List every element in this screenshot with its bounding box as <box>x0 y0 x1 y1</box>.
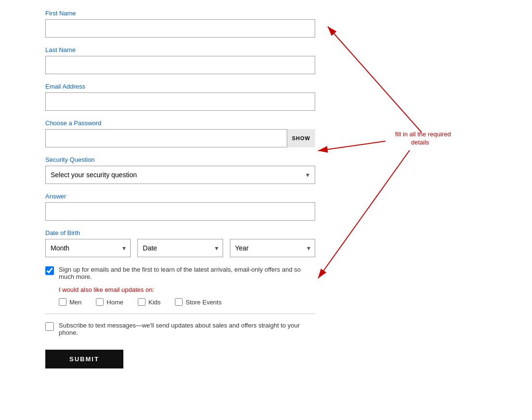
last-name-input[interactable] <box>45 56 315 74</box>
text-subscribe-checkbox[interactable] <box>45 322 54 331</box>
page-wrapper: First Name Last Name Email Address Choos… <box>0 0 532 420</box>
password-input[interactable] <box>45 129 315 147</box>
text-subscribe-row: Subscribe to text messages—we'll send up… <box>45 322 315 336</box>
email-signup-row: Sign up for emails and be the first to l… <box>45 266 315 280</box>
security-question-wrapper: Select your security questionWhat is you… <box>45 166 315 184</box>
store-events-checkbox-item: Store Events <box>175 298 221 306</box>
password-group: Choose a Password SHOW <box>45 119 315 147</box>
registration-form: First Name Last Name Email Address Choos… <box>45 10 315 368</box>
svg-text:details: details <box>411 139 429 146</box>
year-select[interactable]: Year202420232022202120202010200019901980… <box>230 239 315 257</box>
store-events-checkbox[interactable] <box>175 298 183 306</box>
answer-label: Answer <box>45 193 315 200</box>
email-updates-label: I would also like email updates on: <box>59 286 315 293</box>
first-name-group: First Name <box>45 10 315 38</box>
first-name-label: First Name <box>45 10 315 17</box>
home-checkbox-item: Home <box>96 298 123 306</box>
security-question-label: Security Question <box>45 156 315 163</box>
submit-button[interactable]: SUBMIT <box>45 350 123 368</box>
store-events-label[interactable]: Store Events <box>186 299 221 306</box>
home-checkbox[interactable] <box>96 298 104 306</box>
last-name-label: Last Name <box>45 46 315 53</box>
show-password-button[interactable]: SHOW <box>287 129 315 147</box>
dob-group: Date of Birth MonthJanuaryFebruaryMarchA… <box>45 229 315 257</box>
svg-line-3 <box>318 141 386 151</box>
email-label: Email Address <box>45 83 315 90</box>
email-signup-text[interactable]: Sign up for emails and be the first to l… <box>59 266 315 280</box>
month-select[interactable]: MonthJanuaryFebruaryMarchAprilMayJuneJul… <box>45 239 131 257</box>
date-wrapper: Date123456789101112131415161718192021222… <box>137 239 223 257</box>
svg-line-4 <box>318 150 410 278</box>
security-question-select[interactable]: Select your security questionWhat is you… <box>45 166 315 184</box>
date-select[interactable]: Date123456789101112131415161718192021222… <box>137 239 223 257</box>
answer-group: Answer <box>45 193 315 221</box>
email-signup-checkbox[interactable] <box>45 266 54 275</box>
sub-checkboxes: Men Home Kids Store Events <box>59 298 315 306</box>
dob-label: Date of Birth <box>45 229 315 236</box>
password-wrapper: SHOW <box>45 129 315 147</box>
password-label: Choose a Password <box>45 119 315 127</box>
email-group: Email Address <box>45 83 315 111</box>
svg-line-2 <box>328 26 422 132</box>
email-input[interactable] <box>45 92 315 111</box>
kids-checkbox[interactable] <box>138 298 146 306</box>
svg-text:fill in all the required: fill in all the required <box>395 131 451 138</box>
first-name-input[interactable] <box>45 19 315 38</box>
dob-row: MonthJanuaryFebruaryMarchAprilMayJuneJul… <box>45 239 315 257</box>
men-label[interactable]: Men <box>69 299 81 306</box>
men-checkbox-item: Men <box>59 298 81 306</box>
email-signup-section: Sign up for emails and be the first to l… <box>45 266 315 306</box>
answer-input[interactable] <box>45 202 315 221</box>
kids-checkbox-item: Kids <box>138 298 160 306</box>
last-name-group: Last Name <box>45 46 315 74</box>
home-label[interactable]: Home <box>106 299 123 306</box>
month-wrapper: MonthJanuaryFebruaryMarchAprilMayJuneJul… <box>45 239 131 257</box>
men-checkbox[interactable] <box>59 298 66 306</box>
security-question-group: Security Question Select your security q… <box>45 156 315 184</box>
year-wrapper: Year202420232022202120202010200019901980… <box>230 239 315 257</box>
divider <box>45 314 315 314</box>
kids-label[interactable]: Kids <box>148 299 160 306</box>
text-subscribe-text[interactable]: Subscribe to text messages—we'll send up… <box>59 322 315 336</box>
